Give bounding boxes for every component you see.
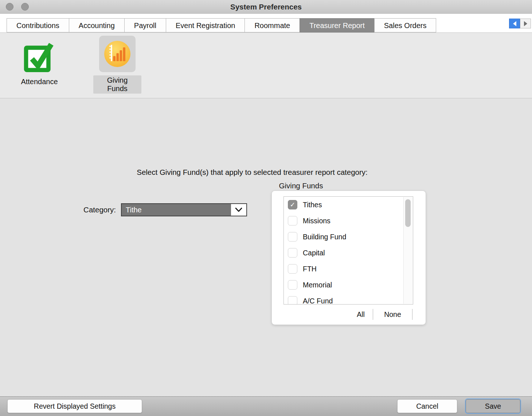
- giving-funds-list: ✓ Tithes Missions Building Fund Capital: [283, 196, 413, 305]
- nav-right-button[interactable]: [520, 19, 531, 28]
- giving-funds-panel: ✓ Tithes Missions Building Fund Capital: [271, 191, 426, 325]
- tab-treasurer-report[interactable]: Treasurer Report: [300, 18, 375, 32]
- instruction-text: Select Giving Fund(s) that apply to sele…: [0, 168, 504, 177]
- fund-row-memorial[interactable]: Memorial: [284, 277, 413, 293]
- category-dropdown[interactable]: Tithe: [121, 203, 247, 216]
- fund-label: Missions: [303, 217, 330, 225]
- footer-bar: Revert Displayed Settings Cancel Save: [0, 396, 532, 416]
- select-all-button[interactable]: All: [349, 309, 373, 320]
- arrow-right-icon: [524, 21, 527, 26]
- giving-funds-icon-box: [99, 36, 136, 72]
- fund-row-fth[interactable]: FTH: [284, 261, 413, 277]
- bar-chart-icon: [103, 40, 131, 68]
- fund-label: A/C Fund: [303, 297, 333, 305]
- tab-event-registration[interactable]: Event Registration: [166, 18, 245, 32]
- fund-label: Memorial: [303, 281, 332, 289]
- toolbar: Attendance: [0, 33, 532, 98]
- attendance-checkbox-icon: [23, 39, 56, 73]
- revert-button[interactable]: Revert Displayed Settings: [7, 399, 142, 413]
- select-none-button[interactable]: None: [373, 309, 412, 320]
- window-controls: [6, 3, 29, 11]
- toolbar-item-giving-funds[interactable]: Giving Funds: [93, 36, 141, 94]
- arrow-left-icon: [513, 21, 516, 26]
- category-label: Category:: [51, 205, 116, 214]
- close-button[interactable]: [6, 3, 13, 11]
- toolbar-item-label-giving-funds: Giving Funds: [93, 75, 141, 94]
- toolbar-item-attendance[interactable]: Attendance: [15, 38, 63, 86]
- tab-accounting[interactable]: Accounting: [69, 18, 125, 32]
- title-bar: System Preferences: [0, 0, 532, 14]
- fund-label: Building Fund: [303, 233, 346, 241]
- scrollbar[interactable]: [403, 197, 412, 304]
- fund-checkbox-checked[interactable]: ✓: [288, 200, 297, 209]
- system-preferences-window: System Preferences Contributions Account…: [0, 0, 532, 416]
- fund-checkbox[interactable]: [288, 296, 297, 305]
- fund-label: FTH: [303, 265, 317, 273]
- cancel-button[interactable]: Cancel: [397, 399, 457, 413]
- nav-left-button[interactable]: [509, 19, 520, 28]
- fund-row-building-fund[interactable]: Building Fund: [284, 229, 413, 245]
- chevron-down-icon: [231, 204, 246, 216]
- scrollbar-thumb[interactable]: [405, 199, 411, 227]
- minimize-button[interactable]: [21, 3, 29, 11]
- category-selected-value: Tithe: [122, 204, 231, 216]
- tab-payroll[interactable]: Payroll: [124, 18, 166, 32]
- tab-bar: Contributions Accounting Payroll Event R…: [0, 14, 532, 33]
- check-icon: ✓: [290, 201, 295, 208]
- attendance-icon-box: [21, 38, 58, 74]
- fund-row-ac-fund[interactable]: A/C Fund: [284, 293, 413, 305]
- save-button[interactable]: Save: [466, 399, 520, 413]
- window-title: System Preferences: [0, 0, 532, 14]
- tab-roommate[interactable]: Roommate: [245, 18, 300, 32]
- giving-funds-list-title: Giving Funds: [275, 181, 327, 190]
- fund-checkbox[interactable]: [288, 216, 297, 225]
- fund-row-tithes[interactable]: ✓ Tithes: [284, 197, 413, 213]
- fund-label: Tithes: [303, 201, 322, 209]
- tab-sales-orders[interactable]: Sales Orders: [374, 18, 437, 32]
- fund-checkbox[interactable]: [288, 280, 297, 290]
- tab-list: Contributions Accounting Payroll Event R…: [7, 18, 436, 32]
- fund-row-missions[interactable]: Missions: [284, 213, 413, 229]
- fund-checkbox[interactable]: [288, 264, 297, 274]
- selection-buttons: All None: [349, 309, 412, 320]
- tab-contributions[interactable]: Contributions: [7, 18, 69, 32]
- fund-checkbox[interactable]: [288, 232, 297, 242]
- fund-row-capital[interactable]: Capital: [284, 245, 413, 261]
- fund-checkbox[interactable]: [288, 248, 297, 258]
- fund-label: Capital: [303, 249, 325, 257]
- toolbar-item-label-attendance: Attendance: [21, 78, 58, 86]
- tab-nav-arrows: [509, 19, 531, 28]
